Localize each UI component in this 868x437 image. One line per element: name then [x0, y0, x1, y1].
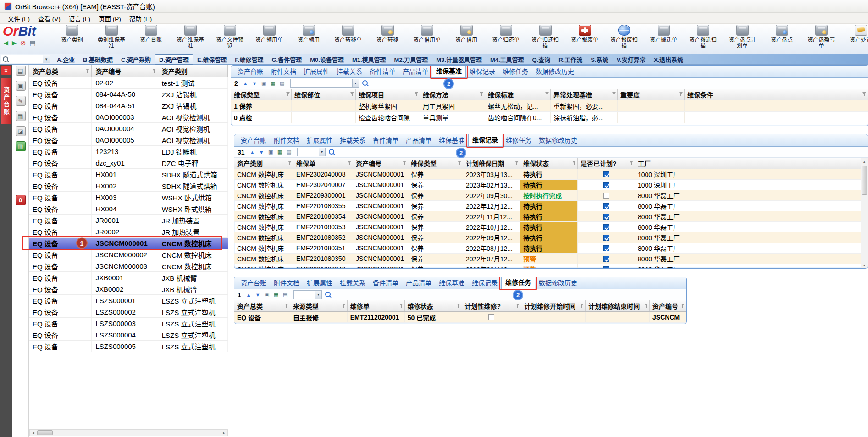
category-tab-10[interactable]: M2.刀具管理 [390, 54, 432, 65]
category-tab-6[interactable]: F.维修管理 [231, 54, 267, 65]
filter-icon[interactable] [415, 92, 419, 97]
column-header[interactable]: 维保类型 [408, 158, 463, 169]
filter-icon[interactable] [350, 92, 354, 97]
detail-tab-8[interactable]: 维保记录 [468, 277, 501, 289]
column-header[interactable]: 重要度 [618, 89, 685, 100]
filter-icon[interactable] [342, 304, 346, 308]
toolbar-button-10[interactable]: 资产借用单 [412, 24, 442, 54]
toolbar-button-16[interactable]: 资产搬迁单 [648, 24, 679, 54]
table-row[interactable]: EQ 设备LSZS000003LSZS 立式注塑机 [29, 318, 228, 329]
checkbox[interactable] [488, 314, 494, 320]
category-tab-12[interactable]: M4.工具管理 [486, 54, 528, 65]
table-row[interactable]: CNCM 数控机床EMF2201080350JSCNCM000001保养2022… [234, 254, 868, 264]
column-header[interactable]: 维保单 [293, 158, 353, 169]
detail-tab-1[interactable]: 资产台账 [234, 65, 267, 77]
detail-tab-2[interactable]: 附件文档 [270, 277, 303, 289]
menu-item-3[interactable]: 语言 (L) [65, 12, 94, 24]
toolbar-button-8[interactable]: 资产转移单 [333, 24, 363, 54]
column-header[interactable]: 异常处理基准 [551, 89, 618, 100]
table-row[interactable]: CNCM 数控机床EMF2201080352JSCNCM000001保养2022… [234, 232, 868, 243]
toolbar-button-11[interactable]: 资产借用 [451, 24, 481, 54]
sort-descending-icon[interactable]: ▼ [251, 79, 259, 87]
table-row[interactable]: EQ 设备JSCNCM000002CNCM 数控机床 [29, 249, 228, 260]
column-header[interactable]: 工厂 [635, 158, 867, 169]
back-button[interactable]: ◀ [4, 40, 8, 46]
column-header[interactable]: 计划性维修? [462, 300, 522, 311]
filter-icon[interactable] [644, 304, 648, 308]
category-tab-15[interactable]: S.系统 [586, 54, 612, 65]
table-row[interactable]: EQ 设备dzc_xy01DZC 电子秤 [29, 157, 228, 169]
filter-icon[interactable] [457, 304, 461, 308]
checkbox[interactable] [603, 214, 609, 220]
column-header[interactable]: 维保条件 [685, 89, 868, 100]
grid-layout-icon[interactable]: ▤ [282, 291, 289, 299]
column-header[interactable]: 维保标准 [485, 89, 551, 100]
detail-tab-9[interactable]: 维修任务2 [501, 277, 535, 289]
clipboard-icon[interactable]: ▣ [16, 81, 26, 91]
search-dropdown-button[interactable]: ▾ [43, 55, 50, 63]
table-row[interactable]: 0 点检检查齿轮啮合间隙量具测量齿轮啮合间隙在0...涂抹新油脂，必... [231, 112, 868, 123]
table-row[interactable]: EQ 设备0AOI000005AOI 视觉检测机 [29, 134, 228, 146]
book-icon[interactable]: ▥ [16, 141, 26, 151]
table-row[interactable]: EQ 设备0AOI000004AOI 视觉检测机 [29, 123, 228, 134]
print-button[interactable]: ▤ [30, 40, 36, 46]
table-row[interactable]: CNCM 数控机床EMF2201080355JSCNCM000001保养2022… [234, 201, 868, 211]
copy-icon[interactable]: ▣ [267, 148, 275, 156]
column-header[interactable]: 资产编号 [353, 158, 408, 169]
category-tab-1[interactable]: A.企业 [53, 54, 79, 65]
filter-combobox[interactable]: ▾ [293, 290, 322, 299]
category-tab-14[interactable]: R.工作流 [554, 54, 586, 65]
search-icon[interactable] [324, 291, 332, 299]
checkbox[interactable] [603, 235, 609, 241]
sort-ascending-icon[interactable]: ▲ [249, 148, 256, 156]
column-header[interactable]: 来源类型 [290, 300, 348, 311]
category-tab-13[interactable]: Q.查询 [528, 54, 555, 65]
table-row[interactable]: EQ 设备JSCNCM000001CNCM 数控机床1 [29, 238, 228, 249]
toolbar-button-12[interactable]: 资产归还单 [491, 24, 521, 54]
toolbar-button-7[interactable]: 资产领用 [293, 24, 324, 54]
detail-tab-2[interactable]: 附件文档 [270, 134, 303, 146]
category-tab-9[interactable]: M1.模具管理 [348, 54, 390, 65]
table-row[interactable]: EQ 设备JSCNCM000003CNCM 数控机床 [29, 260, 228, 272]
table-row[interactable]: EQ 设备084-044A-51ZXJ 沾锡机 [29, 100, 228, 111]
filter-icon[interactable] [458, 161, 462, 166]
filter-icon[interactable] [286, 92, 290, 97]
filter-icon[interactable] [399, 304, 404, 308]
filter-icon[interactable] [515, 161, 519, 166]
detail-tab-10[interactable]: 数据修改历史 [532, 65, 578, 77]
table-row[interactable]: EQ 设备HX004WSHX 卧式烘箱 [29, 203, 228, 215]
toolbar-button-5[interactable]: 资产文件预览 [215, 24, 245, 54]
table-row[interactable]: EQ 设备02-02test-1 测试 [29, 77, 228, 89]
column-header[interactable]: 计划维修结束时间 [586, 300, 650, 311]
vertical-scrollbar[interactable]: ▴ ▾ [861, 158, 868, 268]
filter-icon[interactable] [679, 92, 683, 97]
filter-icon[interactable] [480, 92, 484, 97]
sort-ascending-icon[interactable]: ▲ [242, 79, 249, 87]
detail-tab-10[interactable]: 数据修改历史 [535, 277, 581, 289]
stop-button[interactable]: ⊘ [20, 40, 26, 46]
column-header[interactable]: 维保状态 [520, 158, 578, 169]
category-tab-4[interactable]: D.资产管理 [155, 54, 193, 65]
scrollbar-thumb[interactable] [37, 430, 53, 435]
toolbar-button-9[interactable]: 资产转移 [372, 24, 403, 54]
detail-tab-1[interactable]: 资产台账 [237, 277, 270, 289]
detail-tab-4[interactable]: 挂载关系 [336, 134, 369, 146]
table-row[interactable]: EQ 设备123213LDJ 镭雕机 [29, 146, 228, 157]
toolbar-button-1[interactable]: 资产类别 [57, 24, 87, 54]
detail-tab-6[interactable]: 产品清单 [399, 65, 432, 77]
category-tab-8[interactable]: M0.设备管理 [306, 54, 348, 65]
toolbar-button-2[interactable]: 类别维保基准 [96, 24, 127, 54]
table-row[interactable]: CNCM 数控机床EMF2201080353JSCNCM000001保养2022… [234, 222, 868, 232]
toolbar-button-4[interactable]: 资产维保基准 [175, 24, 205, 54]
forward-button[interactable]: ▶ [12, 40, 17, 46]
menu-item-1[interactable]: 文件 (F) [4, 12, 34, 24]
search-icon[interactable] [361, 79, 369, 87]
scroll-down-button[interactable]: ▾ [863, 262, 865, 268]
copy-icon[interactable]: ▣ [260, 79, 268, 87]
category-tab-17[interactable]: X.退出系统 [650, 54, 687, 65]
table-row[interactable]: EQ 设备084-044A-50ZXJ 沾锡机 [29, 89, 228, 100]
detail-tab-7[interactable]: 维保基准 [435, 134, 468, 146]
vertical-tab-asset-ledger[interactable]: 资产台账 [1, 78, 11, 124]
table-row[interactable]: EQ 设备JXB0001JXB 机械臂 [29, 272, 228, 283]
filter-icon[interactable] [545, 92, 549, 97]
